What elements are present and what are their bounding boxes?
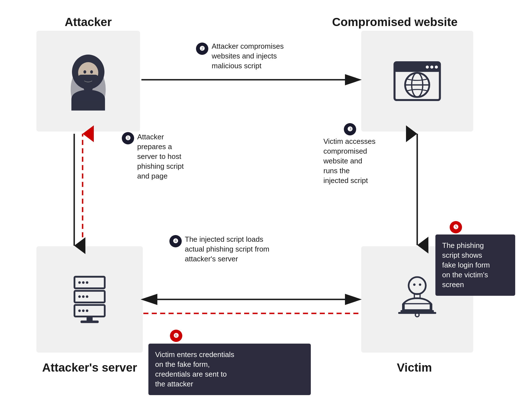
attacker-box bbox=[36, 31, 140, 132]
attacker-icon bbox=[63, 52, 113, 111]
diagram-container: Attacker Compromised website Attacker's … bbox=[0, 0, 525, 420]
svg-point-10 bbox=[430, 65, 433, 69]
compromised-website-title: Compromised website bbox=[308, 15, 482, 29]
svg-point-24 bbox=[78, 309, 81, 312]
step-5-callout: The phishingscript showsfake login formo… bbox=[435, 234, 515, 296]
svg-point-9 bbox=[426, 65, 429, 69]
step-4-badge: ❹ bbox=[169, 235, 182, 247]
attacker-title: Attacker bbox=[36, 15, 140, 29]
svg-point-11 bbox=[435, 65, 438, 69]
svg-rect-27 bbox=[87, 316, 93, 321]
svg-point-25 bbox=[82, 309, 85, 312]
step-5-badge: ❺ bbox=[450, 221, 462, 233]
svg-point-17 bbox=[82, 281, 85, 284]
step-1-label: Attackerprepares aserver to hostphishing… bbox=[137, 132, 216, 181]
attacker-server-box bbox=[36, 246, 143, 353]
victim-title: Victim bbox=[367, 361, 462, 374]
svg-point-16 bbox=[78, 281, 81, 284]
svg-rect-28 bbox=[81, 321, 99, 323]
svg-point-3 bbox=[83, 70, 86, 74]
step-2-label: Attacker compromiseswebsites and injects… bbox=[212, 41, 324, 71]
svg-point-4 bbox=[90, 70, 93, 74]
svg-point-22 bbox=[86, 295, 88, 298]
compromised-website-box bbox=[361, 31, 473, 132]
step-3-badge: ❸ bbox=[344, 123, 356, 135]
attacker-server-title: Attacker's server bbox=[22, 361, 157, 374]
step-3-label: Victim accessescompromisedwebsite andrun… bbox=[323, 137, 399, 186]
step-4-label: The injected script loadsactual phishing… bbox=[185, 234, 342, 264]
website-icon bbox=[392, 59, 442, 104]
svg-point-20 bbox=[78, 295, 81, 298]
svg-point-21 bbox=[82, 295, 85, 298]
svg-point-31 bbox=[419, 283, 421, 286]
svg-rect-36 bbox=[398, 312, 436, 314]
step-6-badge: ❻ bbox=[170, 330, 182, 342]
svg-rect-8 bbox=[395, 69, 440, 72]
svg-point-30 bbox=[413, 283, 416, 286]
svg-point-26 bbox=[86, 309, 88, 312]
step-1-badge: ❶ bbox=[122, 132, 134, 144]
victim-icon bbox=[393, 273, 441, 326]
svg-point-29 bbox=[409, 277, 426, 294]
server-icon bbox=[67, 274, 112, 325]
step-6-callout: Victim enters credentialson the fake for… bbox=[148, 344, 311, 395]
svg-point-18 bbox=[86, 281, 88, 284]
step-2-badge: ❷ bbox=[196, 43, 208, 55]
